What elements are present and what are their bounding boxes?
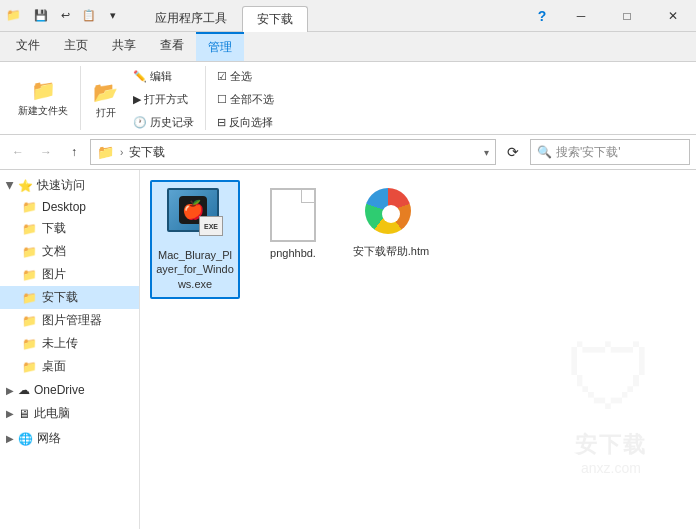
ribbon-tab-view[interactable]: 查看 bbox=[148, 32, 196, 61]
sidebar-item-label-pictures: 图片 bbox=[42, 266, 66, 283]
htm-inner-white bbox=[382, 205, 400, 223]
sidebar-network-label: 网络 bbox=[37, 430, 61, 447]
close-button[interactable]: ✕ bbox=[650, 0, 696, 32]
expand-icon-thispc: ▶ bbox=[6, 408, 14, 419]
new-folder-button[interactable]: 📁 新建文件夹 bbox=[12, 73, 74, 123]
breadcrumb-path: 安下载 bbox=[129, 144, 165, 161]
tab-download[interactable]: 安下载 bbox=[242, 6, 308, 32]
exe-badge: EXE bbox=[199, 216, 223, 236]
sidebar-thispc-label: 此电脑 bbox=[34, 405, 70, 422]
address-field[interactable]: 📁 › 安下载 ▾ bbox=[90, 139, 496, 165]
sidebar-item-label-zhuomian: 桌面 bbox=[42, 358, 66, 375]
forward-button[interactable]: → bbox=[34, 140, 58, 164]
sidebar-quickaccess-label: 快速访问 bbox=[37, 177, 85, 194]
sidebar-item-label-documents: 文档 bbox=[42, 243, 66, 260]
help-button[interactable]: ? bbox=[530, 4, 554, 28]
sidebar-header-onedrive[interactable]: ▶ ☁ OneDrive bbox=[0, 380, 139, 400]
sidebar-item-notupload[interactable]: 📁 未上传 bbox=[0, 332, 139, 355]
sidebar-item-label-picmanager: 图片管理器 bbox=[42, 312, 102, 329]
sidebar-item-anxiazai[interactable]: 📁 安下载 bbox=[0, 286, 139, 309]
file-item-png[interactable]: pnghhbd. bbox=[248, 180, 338, 299]
ribbon-tab-share[interactable]: 共享 bbox=[100, 32, 148, 61]
title-bar: 📁 💾 ↩ 📋 ▾ 应用程序工具 安下载 ? ─ □ ✕ bbox=[0, 0, 696, 32]
sidebar-item-label-anxiazai: 安下载 bbox=[42, 289, 78, 306]
qat-dropdown[interactable]: ▾ bbox=[102, 5, 124, 27]
invert-select-button[interactable]: ⊟ 反向选择 bbox=[212, 112, 279, 133]
search-placeholder: 搜索'安下载' bbox=[556, 144, 621, 161]
expand-icon-onedrive: ▶ bbox=[6, 385, 14, 396]
sidebar-header-quickaccess[interactable]: ▶ ⭐ 快速访问 bbox=[0, 174, 139, 197]
maximize-button[interactable]: □ bbox=[604, 0, 650, 32]
breadcrumb-chevron: › bbox=[120, 147, 123, 158]
folder-icon-picmanager: 📁 bbox=[22, 314, 37, 328]
ribbon-tab-file[interactable]: 文件 bbox=[4, 32, 52, 61]
up-button[interactable]: ↑ bbox=[62, 140, 86, 164]
folder-icon-notupload: 📁 bbox=[22, 337, 37, 351]
refresh-button[interactable]: ⟳ bbox=[500, 139, 526, 165]
ribbon-tab-manage[interactable]: 管理 bbox=[196, 32, 244, 61]
ribbon-tabs: 文件 主页 共享 查看 管理 bbox=[0, 32, 696, 62]
expand-icon-quickaccess: ▶ bbox=[5, 182, 16, 190]
sidebar-header-network[interactable]: ▶ 🌐 网络 bbox=[0, 427, 139, 450]
file-name-png: pnghhbd. bbox=[270, 246, 316, 260]
sidebar-item-picmanager[interactable]: 📁 图片管理器 bbox=[0, 309, 139, 332]
edit-button[interactable]: ✏️ 编辑 bbox=[128, 66, 199, 87]
title-tabs: 应用程序工具 安下载 bbox=[130, 0, 530, 31]
minimize-button[interactable]: ─ bbox=[558, 0, 604, 32]
history-button[interactable]: 🕐 历史记录 bbox=[128, 112, 199, 133]
ribbon-content: 📁 新建文件夹 📂 打开 ✏️ 编辑 ▶ 打开方式 bbox=[0, 62, 696, 134]
sidebar-item-documents[interactable]: 📁 文档 bbox=[0, 240, 139, 263]
folder-icon-pictures: 📁 bbox=[22, 268, 37, 282]
sidebar-section-thispc: ▶ 🖥 此电脑 bbox=[0, 402, 139, 425]
folder-icon-zhuomian: 📁 bbox=[22, 360, 37, 374]
sidebar-item-downloads[interactable]: 📁 下载 bbox=[0, 217, 139, 240]
tab-apps-tools[interactable]: 应用程序工具 bbox=[140, 5, 242, 31]
sidebar-item-pictures[interactable]: 📁 图片 bbox=[0, 263, 139, 286]
sidebar-item-label-notupload: 未上传 bbox=[42, 335, 78, 352]
address-bar: ← → ↑ 📁 › 安下载 ▾ ⟳ 🔍 搜索'安下载' bbox=[0, 135, 696, 170]
search-field[interactable]: 🔍 搜索'安下载' bbox=[530, 139, 690, 165]
ribbon-group-select-content: ☑ 全选 ☐ 全部不选 ⊟ 反向选择 bbox=[212, 66, 279, 133]
ribbon-group-select: ☑ 全选 ☐ 全部不选 ⊟ 反向选择 bbox=[206, 66, 285, 130]
open-button[interactable]: 📂 打开 bbox=[87, 75, 124, 125]
address-dropdown-icon[interactable]: ▾ bbox=[484, 147, 489, 158]
network-icon: 🌐 bbox=[18, 432, 33, 446]
back-button[interactable]: ← bbox=[6, 140, 30, 164]
content-area: 🛡 安下载 anxz.com 🍎 EXE Mac bbox=[140, 170, 696, 529]
watermark: 🛡 安下载 anxz.com bbox=[566, 327, 656, 476]
open-with-button[interactable]: ▶ 打开方式 bbox=[128, 89, 199, 110]
file-name-exe: Mac_Bluray_Player_for_Windows.exe bbox=[156, 248, 234, 291]
htm-icon-wrapper bbox=[365, 188, 417, 240]
window-controls: ? ─ □ ✕ bbox=[530, 0, 696, 31]
sidebar-header-thispc[interactable]: ▶ 🖥 此电脑 bbox=[0, 402, 139, 425]
sidebar-item-desktop[interactable]: 📁 Desktop bbox=[0, 197, 139, 217]
file-item-htm[interactable]: 安下载帮助.htm bbox=[346, 180, 436, 299]
star-icon: ⭐ bbox=[18, 179, 33, 193]
select-none-button[interactable]: ☐ 全部不选 bbox=[212, 89, 279, 110]
undo-button[interactable]: ↩ bbox=[54, 5, 76, 27]
main-layout: ▶ ⭐ 快速访问 📁 Desktop 📁 下载 📁 文档 📁 图片 📁 bbox=[0, 170, 696, 529]
save-button[interactable]: 💾 bbox=[30, 5, 52, 27]
ribbon-group-new: 📁 新建文件夹 bbox=[6, 66, 81, 130]
title-bar-left: 📁 💾 ↩ 📋 ▾ bbox=[0, 0, 130, 31]
sidebar-section-network: ▶ 🌐 网络 bbox=[0, 427, 139, 450]
computer-icon: 🖥 bbox=[18, 407, 30, 421]
open-icon: 📂 bbox=[93, 80, 118, 104]
watermark-text: 安下载 bbox=[575, 430, 647, 460]
ribbon: 文件 主页 共享 查看 管理 📁 新建文件夹 📂 打开 bbox=[0, 32, 696, 135]
sidebar-item-label-desktop: Desktop bbox=[42, 200, 86, 214]
history-icon: 🕐 bbox=[133, 116, 147, 129]
folder-icon-desktop: 📁 bbox=[22, 200, 37, 214]
open-with-icon: ▶ bbox=[133, 93, 141, 106]
sidebar-item-zhuomian[interactable]: 📁 桌面 bbox=[0, 355, 139, 378]
select-all-button[interactable]: ☑ 全选 bbox=[212, 66, 279, 87]
folder-icon-anxiazai: 📁 bbox=[22, 291, 37, 305]
invert-select-icon: ⊟ bbox=[217, 116, 226, 129]
search-icon: 🔍 bbox=[537, 145, 552, 159]
sidebar-section-quickaccess: ▶ ⭐ 快速访问 📁 Desktop 📁 下载 📁 文档 📁 图片 📁 bbox=[0, 174, 139, 378]
expand-icon-network: ▶ bbox=[6, 433, 14, 444]
sidebar-onedrive-label: OneDrive bbox=[34, 383, 85, 397]
file-item-exe[interactable]: 🍎 EXE Mac_Bluray_Player_for_Windows.exe bbox=[150, 180, 240, 299]
ribbon-tab-home[interactable]: 主页 bbox=[52, 32, 100, 61]
properties-button[interactable]: 📋 bbox=[78, 5, 100, 27]
